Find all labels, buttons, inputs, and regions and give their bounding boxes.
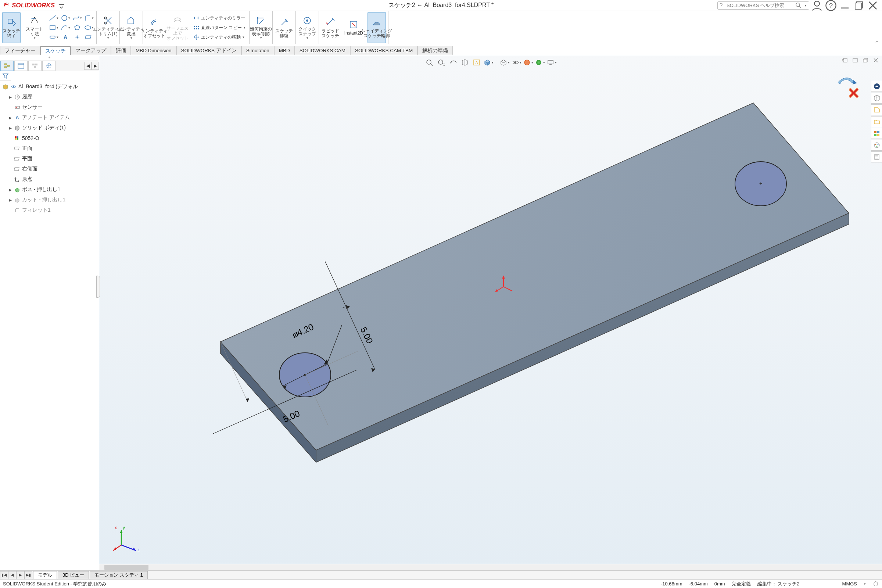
shaded-icon [371,17,382,28]
tab-sw-cam[interactable]: SOLIDWORKS CAM [295,46,350,55]
tree-root[interactable]: Al_Board3_for4 (デフォル [0,82,99,92]
restore-button[interactable] [853,1,865,10]
instant2d-button[interactable]: Instant2D [344,12,363,43]
tree-cut-extrude[interactable]: ▸カット - 押し出し1 [0,195,99,205]
tab-analysis-prep[interactable]: 解析の準備 [417,46,453,55]
triad-y-label: y [123,525,125,530]
tree-boss-extrude[interactable]: ▸ボス - 押し出し1 [0,184,99,195]
quicksnap-icon [302,15,313,26]
triad-z-label: z [138,547,140,552]
polygon-tool[interactable] [72,23,82,32]
svg-rect-18 [198,26,199,27]
tab-prev-button[interactable]: ◀ [8,571,16,579]
help-icon: ? [718,2,724,9]
tree-origin[interactable]: 原点 [0,174,99,184]
quick-access-dropdown-icon[interactable] [58,3,63,8]
convert-entities-button[interactable]: エンティティ 変換▾ [122,12,140,43]
exit-sketch-button[interactable]: スケッチ 終了 [2,12,21,43]
search-dropdown-icon[interactable]: ▾ [802,2,809,9]
tab-last-button[interactable]: ▶▮ [24,571,32,579]
horizontal-scrollbar[interactable] [99,564,882,570]
repair-sketch-button[interactable]: スケッチ 修復 [275,12,293,43]
mirror-entities-button[interactable]: エンティティのミラー [192,13,247,23]
feature-tree-tab[interactable] [0,61,14,71]
minimize-button[interactable] [838,1,851,10]
help-button[interactable]: ? [825,1,837,10]
tab-first-button[interactable]: ▮◀ [0,571,8,579]
tab-simulation[interactable]: Simulation [242,46,274,55]
panel-grip-icon[interactable]: ● [0,55,99,60]
shaded-label: シェイディング スケッチ輪郭 [361,28,392,38]
tab-sw-addins[interactable]: SOLIDWORKS アドイン [176,46,242,55]
dimxpert-tab[interactable] [42,61,56,71]
tree-sensors[interactable]: センサー [0,102,99,112]
reference-triad[interactable]: x y z [110,525,143,556]
shaded-sketch-button[interactable]: シェイディング スケッチ輪郭 [368,12,386,43]
status-definition: 完全定義 [732,580,751,587]
constraints-button[interactable]: 幾何拘束の 表示/削除▾ [252,12,270,43]
tree-history[interactable]: ▸履歴 [0,92,99,102]
tab-sketch[interactable]: スケッチ [40,46,70,55]
tree-fillet[interactable]: フィレット1 [0,205,99,215]
smart-dimension-button[interactable]: スマート 寸法▾ [26,12,44,43]
arc-tool[interactable]: ▾ [60,23,70,32]
tree-front-plane[interactable]: 正面 [0,143,99,154]
ribbon: スケッチ 終了 スマート 寸法▾ ▾ ▾ ▾ ▾ ▾ ▾ ▾ ▾ A [0,11,882,55]
circle-tool[interactable]: ▾ [60,14,70,22]
status-units[interactable]: MMGS [842,581,857,586]
help-search-input[interactable] [724,3,795,8]
svg-rect-16 [194,26,195,27]
tree-material[interactable]: 5052-O [0,133,99,143]
units-dropdown-icon[interactable]: ▾ [864,582,866,586]
trim-button[interactable]: エンティティの トリム(T)▾ [99,12,117,43]
tab-next-button[interactable]: ▶ [16,571,24,579]
tab-features[interactable]: フィーチャー [0,46,40,55]
rectangle-tool[interactable]: ▾ [48,23,59,32]
panel-prev-button[interactable]: ◀ [84,62,92,70]
text-tool[interactable]: A [60,33,70,42]
tab-sw-cam-tbm[interactable]: SOLIDWORKS CAM TBM [350,46,417,55]
tab-motion-study[interactable]: モーション スタディ 1 [90,571,147,579]
svg-point-6 [32,18,33,19]
tab-evaluate[interactable]: 評価 [111,46,131,55]
display-state-icon [10,83,17,90]
tree-top-plane[interactable]: 平面 [0,154,99,164]
tree-annotations[interactable]: ▸Aアノテート アイテム [0,112,99,123]
tree-right-plane[interactable]: 右側面 [0,164,99,174]
tab-mbd[interactable]: MBD [274,46,295,55]
offset-entities-button[interactable]: エンティティ オフセット [145,12,164,43]
graphics-viewport[interactable]: A ▾ ▾ ▾ ▾ ▾ ▾ [99,55,882,570]
user-icon[interactable] [811,1,823,10]
rapid-sketch-button[interactable]: ラピッドスケッチ [321,12,340,43]
tree-solid-bodies[interactable]: ▸ソリッド ボディ(1) [0,123,99,133]
svg-point-10 [85,26,91,29]
svg-rect-22 [257,17,258,19]
move-entities-button[interactable]: エンティティの移動▾ [192,32,246,42]
panel-next-button[interactable]: ▶ [92,62,99,70]
linear-pattern-button[interactable]: 直線パターン コピー▾ [192,23,247,32]
close-button[interactable] [867,1,879,10]
spline-tool[interactable]: ▾ [72,14,82,22]
tab-mbd-dimension[interactable]: MBD Dimension [131,46,176,55]
svg-rect-20 [196,28,197,29]
configuration-tab[interactable] [28,61,42,71]
quick-snap-button[interactable]: クイックスナップ▾ [298,12,316,43]
slot-tool[interactable]: ▾ [48,33,59,42]
smart-dimension-icon [29,15,40,26]
status-rebuild-icon[interactable] [873,580,879,587]
svg-rect-37 [17,136,18,138]
search-icon[interactable] [795,2,802,9]
feature-tree[interactable]: Al_Board3_for4 (デフォル ▸履歴 センサー ▸Aアノテート アイ… [0,81,99,570]
tab-markup[interactable]: マークアップ [70,46,111,55]
line-tool[interactable]: ▾ [48,14,59,22]
tab-3d-view[interactable]: 3D ビュー [58,571,89,579]
fillet-tool[interactable]: ▾ [84,14,94,22]
point-tool[interactable] [72,33,82,42]
property-manager-tab[interactable] [14,61,28,71]
offset-label: エンティティ オフセット [141,28,168,38]
tab-model[interactable]: モデル [33,571,57,579]
help-search[interactable]: ? ▾ [717,2,809,9]
ribbon-collapse-icon[interactable]: ︿ [874,38,880,45]
quicksnap-label: クイックスナップ [298,27,316,36]
tree-filter-icon[interactable] [0,71,11,81]
